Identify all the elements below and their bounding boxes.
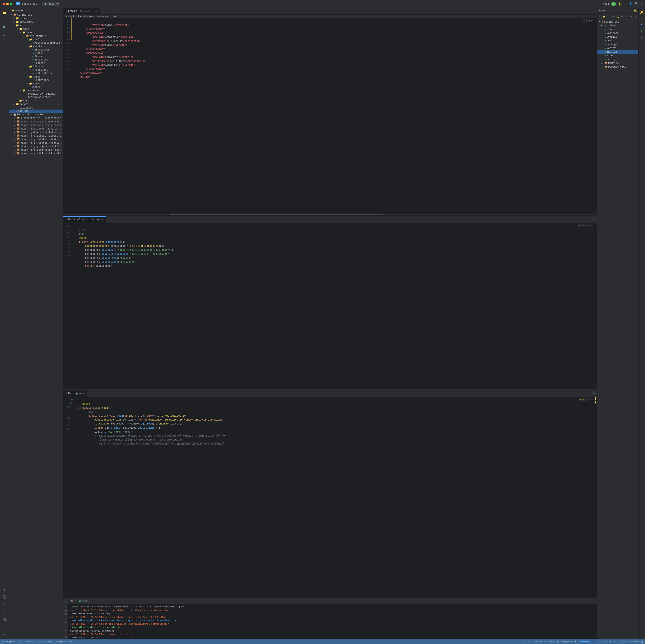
minimize-button[interactable] <box>6 3 9 5</box>
breadcrumb-dependencies[interactable]: dependencies <box>77 15 94 17</box>
mainjava-tab-more[interactable]: ⋯ <box>592 391 597 395</box>
tab-pom-xml[interactable]: m pom.xml (SpringTest) ✕ <box>63 8 100 14</box>
mainconfig-code-area[interactable]: // } new * @Bean public DataSource dataS… <box>71 223 597 389</box>
sidebar-item-student[interactable]: ▶ C Student <box>9 55 63 58</box>
run-panel-more-icon[interactable]: ⋯ <box>591 600 593 603</box>
mainjava-expand-icon[interactable]: ▲ <box>589 398 591 401</box>
sidebar-item-aspectj[interactable]: ▶ 📦 Maven: org.aspectj:aspectjweave <box>9 134 63 138</box>
run-wrap-icon[interactable]: ↩ <box>65 625 66 628</box>
run-pause-icon[interactable]: ⏸ <box>65 613 67 616</box>
maven-validate[interactable]: ⚙ validate <box>597 31 638 35</box>
maven-clean[interactable]: ⚙ clean <box>597 28 638 31</box>
pom-editor-content[interactable]: 55 56 57 58 59 60 61 62 63 64 65 66 67 6… <box>63 18 597 214</box>
run-panel-minimize-icon[interactable]: — <box>594 600 595 603</box>
bottom-tab-main[interactable]: Main ✕ <box>77 598 91 604</box>
sidebar-item-lombok[interactable]: ▶ 📦 Maven: org.projectlombok:lombo <box>9 145 63 148</box>
activity-git-icon[interactable]: ⑂ <box>1 609 8 615</box>
sidebar-item-testlistener[interactable]: ▶ C TestListener <box>9 72 63 75</box>
activity-db-icon[interactable]: 🗄 <box>1 616 8 623</box>
breadcrumb-project[interactable]: project <box>65 15 74 17</box>
mainjava-tab-close[interactable]: ✕ <box>83 392 84 395</box>
maven-compile[interactable]: ⚙ compile <box>597 35 638 39</box>
maven-dependencies[interactable]: ▶ 📦 Dependencies <box>597 65 638 69</box>
maven-test[interactable]: ⚙ test <box>597 39 638 43</box>
maven-project[interactable]: ▼ m SpringTest <box>597 20 638 24</box>
sidebar-header[interactable]: 📁 Project ▼ <box>9 8 63 13</box>
sidebar-item-mysql[interactable]: ▶ 📦 Maven: com.mysql:mysql-connec <box>9 124 63 127</box>
maven-add-btn[interactable]: + <box>607 14 611 18</box>
sidebar-item-jakarta[interactable]: ▶ 📦 Maven: jakarta.annotation:jakarta <box>9 131 63 134</box>
sidebar-item-org-example[interactable]: ▼ 📦 org.example <box>9 34 63 38</box>
sidebar-item-ext-libs[interactable]: ▼ 📚 External Libraries <box>9 113 63 117</box>
sidebar-item-corretto[interactable]: ▶ 📦 < corretto-17 > /Users/eve/Librar <box>9 117 63 120</box>
debug-icon[interactable]: 🐛 <box>618 2 622 6</box>
main-tab-close[interactable]: ✕ <box>88 600 90 603</box>
maven-stop-btn[interactable]: ■ <box>620 14 624 18</box>
sidebar-item-main[interactable]: ▼ 📁 main <box>9 27 63 31</box>
bottom-tab-run[interactable]: Run <box>68 598 76 604</box>
sidebar-item-mybatis-config[interactable]: ▶ x mybatis-config.xml <box>9 92 63 96</box>
search-icon[interactable]: 🔍 <box>635 2 638 6</box>
activity-settings-icon[interactable]: ⚙ <box>1 586 8 593</box>
sidebar-item-entity[interactable]: ▼ 📁 entity <box>9 45 63 48</box>
activity-run2-icon[interactable]: ⏵ <box>1 601 8 608</box>
maven-plugins[interactable]: ▶ 📦 Plugins <box>597 61 638 65</box>
run-restart-icon[interactable]: ↺ <box>65 605 66 608</box>
run-button[interactable]: ▶ <box>611 2 616 6</box>
sidebar-item-artteacher[interactable]: ▶ C ArtTeacher <box>9 48 63 51</box>
sidebar-item-main-configuration[interactable]: ▶ C MainConfiguration <box>9 41 63 45</box>
sidebar-item-test[interactable]: ▶ 📁 test <box>9 99 63 103</box>
maven-notify-icon[interactable]: 🔔 <box>634 9 637 12</box>
mainconfig-tab-more[interactable]: ⋯ <box>592 218 597 221</box>
mainjava-editor-content[interactable]: 17 18 19 20 21 22 23 24 25 26 ▶ <box>63 397 597 598</box>
maven-site[interactable]: ⚙ site <box>597 54 638 57</box>
rs-notifications-icon[interactable]: 🔔 <box>639 10 645 15</box>
sidebar-item-testmapper[interactable]: ▶ I TestMapper <box>9 78 63 82</box>
maven-expand-all-btn[interactable]: ⊞ <box>629 14 633 18</box>
close-button[interactable] <box>2 3 5 5</box>
maven-debug-btn[interactable]: 🐛 <box>616 14 620 18</box>
sidebar-item-listener[interactable]: ▼ 📁 listener <box>9 65 63 68</box>
maximize-button[interactable] <box>10 3 12 5</box>
sidebar-item-test-props[interactable]: ▶ p test.properties <box>9 96 63 99</box>
sidebar-item-studentaop[interactable]: ▶ C StudentAOP <box>9 58 63 61</box>
tab-mainconfig[interactable]: C MainConfiguration.java ✕ <box>63 216 106 223</box>
terminal-output[interactable]: /Users/eve/Library/Java/JavaVirtualMachi… <box>68 604 597 639</box>
activity-run-icon[interactable]: ▶ <box>1 32 8 39</box>
activity-vcs-icon[interactable]: ⑂ <box>1 17 8 24</box>
status-vcs-cancel-icon[interactable]: ✕ <box>598 640 599 643</box>
mainconfig-collapse-icon[interactable]: ▼ <box>591 224 593 227</box>
activity-refresh-icon[interactable]: ↻ <box>1 624 8 630</box>
sidebar-item-service[interactable]: ▼ 📁 service <box>9 82 63 86</box>
activity-more2-icon[interactable]: ⊕ <box>1 631 8 638</box>
mainconfig-tab-close[interactable]: ✕ <box>102 218 103 221</box>
mainjava-collapse-icon[interactable]: ▼ <box>591 398 593 401</box>
rs-gradle-icon[interactable]: G <box>639 28 645 34</box>
sidebar-item-config[interactable]: ▼ 📁 config <box>9 38 63 41</box>
pom-expand-icon[interactable]: ▲ <box>589 19 590 22</box>
rs-maven-icon[interactable]: m <box>639 16 645 21</box>
sidebar-item-testevent[interactable]: ▶ C TestEvent <box>9 68 63 72</box>
sidebar-item-hikari[interactable]: ▶ 📦 Maven: com.zaxxer:HikariCP:5.0. <box>9 127 63 131</box>
branch-selector[interactable]: ⎇ master ▼ <box>42 2 60 6</box>
sidebar-item-resources[interactable]: ▼ 📁 resources <box>9 89 63 92</box>
maven-run-btn[interactable]: ▶ <box>611 14 615 18</box>
run-trash-icon[interactable]: 🗑 <box>65 635 67 639</box>
maven-collapse-all-btn[interactable]: ⊟ <box>634 14 638 18</box>
breadcrumb-version[interactable]: version <box>114 15 123 17</box>
sidebar-item-pom-xml[interactable]: ▶ m pom.xml <box>9 110 63 113</box>
sidebar-item-idea[interactable]: ▶ 📁 .idea <box>9 17 63 20</box>
tab-more-button[interactable]: ⋯ <box>592 9 597 13</box>
more-options-icon[interactable]: ⋯ <box>624 2 626 6</box>
sidebar-item-class[interactable]: ▶ C Class <box>9 51 63 55</box>
rs-structure-icon[interactable]: 🗂 <box>639 34 645 40</box>
activity-more-icon[interactable]: ⋯ <box>1 39 8 46</box>
maven-reload-btn[interactable]: ↺ <box>598 14 602 18</box>
activity-terminal-icon[interactable]: ⬛ <box>1 594 8 600</box>
sidebar-item-mybatis1[interactable]: ▶ 📦 Maven: org.mybatis:mybatis:3.5.1 <box>9 138 63 141</box>
sidebar-item-slf4j2[interactable]: ▶ 📦 Maven: org.slf4j:slf4j-jdk14:1.8.0- <box>9 152 63 155</box>
run-gutter-18[interactable]: ▶ <box>71 398 75 401</box>
sidebar-item-java[interactable]: ▼ 📁 java <box>9 31 63 34</box>
mainconfig-editor-content[interactable]: 31 33 34 35 36 37 38 39 40 41 // } new *… <box>63 223 597 389</box>
maven-verify[interactable]: ⚙ verify <box>597 46 638 50</box>
